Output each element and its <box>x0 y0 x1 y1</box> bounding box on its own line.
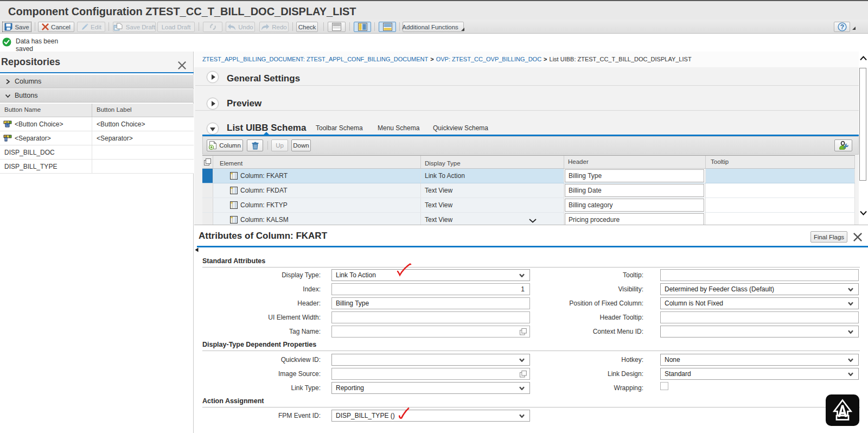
repo-row-disp-bill-type[interactable]: DISP_BILL_TYPE <box>0 160 194 174</box>
schema-col-tooltip[interactable]: Tooltip <box>706 156 855 168</box>
header-input[interactable]: Pricing procedure <box>565 213 704 225</box>
personalize-button[interactable] <box>834 139 852 151</box>
tooltip-cell[interactable] <box>706 169 855 183</box>
display-type-select[interactable]: Link To Action <box>331 269 530 281</box>
tooltip-cell[interactable] <box>706 213 855 225</box>
layout-rows-button[interactable] <box>379 22 396 32</box>
header-cell: Billing Type <box>564 169 706 183</box>
layout-single-button[interactable] <box>328 22 346 32</box>
tooltip-input[interactable] <box>660 269 859 281</box>
up-label: Up <box>276 142 284 149</box>
row-selector[interactable] <box>202 169 213 183</box>
redo-icon <box>261 23 270 31</box>
tab-quickview-schema[interactable]: Quickview Schema <box>433 124 488 132</box>
image-source-label: Image Source: <box>202 368 327 378</box>
expand-preview-button[interactable] <box>207 98 219 110</box>
check-button[interactable]: Check <box>296 22 318 32</box>
schema-row-fkart[interactable]: Column: FKART Link To Action Billing Typ… <box>202 169 855 183</box>
edit-label: Edit <box>91 24 101 30</box>
toolbar-separator <box>374 22 375 31</box>
additional-functions-button[interactable]: Additional Functions <box>403 22 464 32</box>
schema-col-header[interactable]: Header <box>564 156 706 168</box>
context-menu-id-select[interactable] <box>660 326 859 338</box>
tag-name-input[interactable] <box>331 326 530 338</box>
row-selector[interactable] <box>202 213 213 225</box>
load-draft-button[interactable]: Load Draft <box>157 22 195 32</box>
accessibility-badge[interactable] <box>826 394 859 426</box>
schema-col-display-type[interactable]: Display Type <box>421 156 564 168</box>
header-input[interactable]: Billing Date <box>565 184 704 197</box>
final-flags-button[interactable]: Final Flags <box>810 231 847 243</box>
collapse-panel-arrow-icon[interactable] <box>195 247 199 252</box>
wrapping-checkbox[interactable] <box>660 382 668 390</box>
layout-columns-button[interactable] <box>354 22 371 32</box>
redo-button[interactable]: Redo <box>259 22 289 32</box>
repo-section-columns[interactable]: Columns <box>0 75 194 88</box>
repo-row-disp-bill-doc[interactable]: DISP_BILL_DOC <box>0 145 194 160</box>
ui-element-width-input[interactable] <box>331 311 530 323</box>
select-all-cell[interactable] <box>202 156 213 168</box>
save-draft-button[interactable]: Save Draft <box>113 22 156 32</box>
expand-general-settings-button[interactable] <box>207 71 219 83</box>
undo-button[interactable]: Undo <box>226 22 255 32</box>
scrollbar-vertical[interactable] <box>859 52 868 225</box>
close-attributes-icon[interactable] <box>853 233 862 241</box>
tab-toolbar-schema[interactable]: Toolbar Schema <box>316 124 363 132</box>
refresh-button[interactable] <box>203 22 222 32</box>
redo-label: Redo <box>272 24 287 30</box>
visibility-select[interactable]: Determined by Feeder Class (Default) <box>660 283 859 295</box>
delete-button[interactable] <box>247 139 263 151</box>
scrollbar-thumb[interactable] <box>859 68 866 181</box>
schema-row-fkdat[interactable]: Column: FKDAT Text View Billing Date <box>202 183 855 198</box>
scroll-up-icon[interactable] <box>860 56 867 61</box>
down-button[interactable]: Down <box>291 139 311 151</box>
header-tooltip-label: Header Tooltip: <box>525 311 650 321</box>
up-button[interactable]: Up <box>271 139 288 151</box>
collapse-list-uibb-schema-button[interactable] <box>207 123 219 135</box>
schema-row-fktyp[interactable]: Column: FKTYP Text View Billing category <box>202 198 855 213</box>
repo-row-separator[interactable]: <Separator> <Separator> <box>0 131 194 145</box>
repo-row-name: <Separator> <box>15 135 51 142</box>
dropdown-arrow-icon <box>848 302 853 305</box>
close-icon[interactable] <box>178 61 186 69</box>
button-name-cell: DISP_BILL_DOC <box>0 145 92 159</box>
header-input[interactable]: Billing Type <box>331 297 530 309</box>
fpm-event-id-select[interactable]: DISP_BILL_TYPE () <box>331 410 530 422</box>
tab-menu-schema[interactable]: Menu Schema <box>378 124 419 132</box>
schema-col-element[interactable]: Element <box>213 156 421 168</box>
breadcrumb-link-ovp[interactable]: OVP: ZTEST_CC_OVP_BILLING_DOC <box>436 56 541 62</box>
breadcrumb-link-application[interactable]: ZTEST_APPL_BILLING_DOCUMENT: ZTEST_APPL_… <box>202 56 428 62</box>
index-input[interactable]: 1 <box>331 283 530 295</box>
tooltip-cell[interactable] <box>706 198 855 212</box>
repositories-header: Repositories <box>0 52 193 72</box>
repo-row-button-choice[interactable]: <Button Choice> <Button Choice> <box>0 117 194 131</box>
hotkey-select[interactable]: None <box>660 354 859 366</box>
link-type-select[interactable]: Reporting <box>331 382 530 394</box>
element-cell: Column: KALSM <box>213 213 421 225</box>
dropdown-arrow-icon <box>848 288 853 291</box>
header-input[interactable]: Billing Type <box>565 169 704 182</box>
element-label: Column: FKART <box>240 172 288 180</box>
edit-button[interactable]: Edit <box>77 22 105 32</box>
scroll-more-rows-icon[interactable] <box>529 219 537 223</box>
tooltip-cell[interactable] <box>706 183 855 198</box>
help-button[interactable]: ? <box>834 22 850 32</box>
help-icon: ? <box>838 22 847 31</box>
fixed-column-select[interactable]: Column is Not Fixed <box>660 297 859 309</box>
quickview-id-select[interactable] <box>331 354 530 366</box>
repo-buttons-table: Button Name Button Label <Button Choice>… <box>0 104 194 174</box>
link-design-select[interactable]: Standard <box>660 368 859 380</box>
header-input[interactable]: Billing category <box>565 199 704 212</box>
row-selector[interactable] <box>202 183 213 198</box>
visibility-label: Visibility: <box>525 283 650 293</box>
row-selector[interactable] <box>202 198 213 212</box>
cancel-button[interactable]: Cancel <box>38 22 74 32</box>
scroll-down-icon[interactable] <box>860 211 867 215</box>
toolbar-separator <box>35 22 35 31</box>
save-button[interactable]: Save <box>2 22 31 32</box>
repo-section-buttons[interactable]: Buttons <box>0 89 194 103</box>
add-column-button[interactable]: Column <box>207 139 243 151</box>
header-tooltip-input[interactable] <box>660 311 859 323</box>
image-source-input[interactable] <box>331 368 530 380</box>
add-column-label: Column <box>219 142 241 149</box>
